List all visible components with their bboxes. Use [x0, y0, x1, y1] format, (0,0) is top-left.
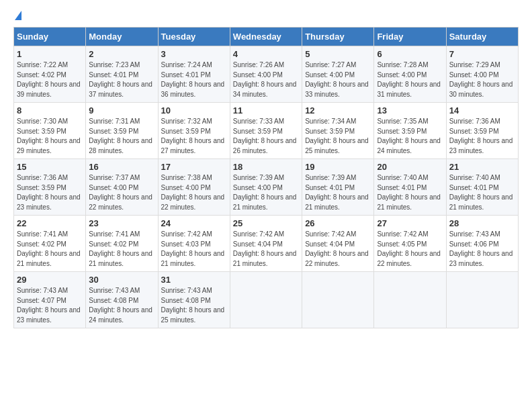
day-of-week-header: Sunday — [14, 28, 86, 46]
day-number: 12 — [305, 105, 371, 116]
day-info: Sunrise: 7:23 AMSunset: 4:01 PMDaylight:… — [89, 61, 152, 98]
calendar-day-cell — [374, 272, 446, 328]
day-info: Sunrise: 7:28 AMSunset: 4:00 PMDaylight:… — [377, 61, 441, 98]
calendar-day-cell: 17 Sunrise: 7:38 AMSunset: 4:00 PMDaylig… — [158, 159, 230, 216]
day-number: 3 — [161, 49, 227, 59]
day-of-week-header: Friday — [374, 28, 446, 46]
calendar-table: SundayMondayTuesdayWednesdayThursdayFrid… — [13, 27, 519, 328]
calendar-day-cell: 2 Sunrise: 7:23 AMSunset: 4:01 PMDayligh… — [86, 46, 158, 103]
day-number: 17 — [161, 162, 227, 172]
day-number: 1 — [17, 49, 83, 59]
day-number: 25 — [233, 218, 299, 228]
day-number: 20 — [377, 162, 443, 172]
day-number: 19 — [305, 162, 371, 172]
day-info: Sunrise: 7:40 AMSunset: 4:01 PMDaylight:… — [377, 174, 441, 211]
calendar-day-cell: 1 Sunrise: 7:22 AMSunset: 4:02 PMDayligh… — [14, 46, 86, 103]
page-header — [13, 11, 519, 20]
calendar-day-cell: 12 Sunrise: 7:34 AMSunset: 3:59 PMDaylig… — [302, 103, 374, 159]
day-number: 8 — [17, 105, 83, 116]
day-number: 24 — [161, 218, 227, 228]
day-of-week-header: Wednesday — [230, 28, 302, 46]
day-number: 4 — [233, 49, 299, 59]
calendar-day-cell — [446, 272, 518, 328]
day-number: 28 — [449, 218, 515, 228]
calendar-week-row: 15 Sunrise: 7:36 AMSunset: 3:59 PMDaylig… — [14, 159, 519, 216]
calendar-day-cell: 6 Sunrise: 7:28 AMSunset: 4:00 PMDayligh… — [374, 46, 446, 103]
day-number: 22 — [17, 218, 83, 228]
calendar-day-cell: 28 Sunrise: 7:43 AMSunset: 4:06 PMDaylig… — [446, 216, 518, 272]
day-info: Sunrise: 7:31 AMSunset: 3:59 PMDaylight:… — [89, 118, 152, 154]
calendar-day-cell: 10 Sunrise: 7:32 AMSunset: 3:59 PMDaylig… — [158, 103, 230, 159]
day-number: 9 — [89, 105, 154, 116]
day-number: 6 — [377, 49, 443, 59]
calendar-header-row: SundayMondayTuesdayWednesdayThursdayFrid… — [14, 28, 519, 46]
day-info: Sunrise: 7:42 AMSunset: 4:04 PMDaylight:… — [233, 230, 297, 267]
calendar-day-cell: 14 Sunrise: 7:36 AMSunset: 3:59 PMDaylig… — [446, 103, 518, 159]
day-number: 11 — [233, 105, 299, 116]
day-info: Sunrise: 7:41 AMSunset: 4:02 PMDaylight:… — [89, 230, 152, 267]
day-info: Sunrise: 7:42 AMSunset: 4:04 PMDaylight:… — [305, 230, 369, 267]
day-info: Sunrise: 7:38 AMSunset: 4:00 PMDaylight:… — [161, 174, 225, 211]
day-info: Sunrise: 7:36 AMSunset: 3:59 PMDaylight:… — [449, 118, 513, 154]
calendar-week-row: 8 Sunrise: 7:30 AMSunset: 3:59 PMDayligh… — [14, 103, 519, 159]
day-number: 15 — [17, 162, 83, 172]
day-info: Sunrise: 7:37 AMSunset: 4:00 PMDaylight:… — [89, 174, 152, 211]
calendar-day-cell: 19 Sunrise: 7:39 AMSunset: 4:01 PMDaylig… — [302, 159, 374, 216]
day-of-week-header: Thursday — [302, 28, 374, 46]
day-number: 14 — [449, 105, 515, 116]
day-info: Sunrise: 7:43 AMSunset: 4:08 PMDaylight:… — [89, 287, 152, 324]
day-number: 2 — [89, 49, 154, 59]
day-info: Sunrise: 7:27 AMSunset: 4:00 PMDaylight:… — [305, 61, 369, 98]
day-info: Sunrise: 7:40 AMSunset: 4:01 PMDaylight:… — [449, 174, 513, 211]
calendar-day-cell: 15 Sunrise: 7:36 AMSunset: 3:59 PMDaylig… — [14, 159, 86, 216]
day-info: Sunrise: 7:43 AMSunset: 4:07 PMDaylight:… — [17, 287, 81, 324]
calendar-day-cell: 11 Sunrise: 7:33 AMSunset: 3:59 PMDaylig… — [230, 103, 302, 159]
day-info: Sunrise: 7:34 AMSunset: 3:59 PMDaylight:… — [305, 118, 369, 154]
day-info: Sunrise: 7:43 AMSunset: 4:06 PMDaylight:… — [449, 230, 513, 267]
day-of-week-header: Saturday — [446, 28, 518, 46]
calendar-week-row: 1 Sunrise: 7:22 AMSunset: 4:02 PMDayligh… — [14, 46, 519, 103]
day-number: 16 — [89, 162, 154, 172]
day-of-week-header: Tuesday — [158, 28, 230, 46]
calendar-week-row: 22 Sunrise: 7:41 AMSunset: 4:02 PMDaylig… — [14, 216, 519, 272]
day-info: Sunrise: 7:30 AMSunset: 3:59 PMDaylight:… — [17, 118, 81, 154]
calendar-day-cell: 24 Sunrise: 7:42 AMSunset: 4:03 PMDaylig… — [158, 216, 230, 272]
calendar-day-cell: 23 Sunrise: 7:41 AMSunset: 4:02 PMDaylig… — [86, 216, 158, 272]
day-number: 26 — [305, 218, 371, 228]
day-number: 29 — [17, 275, 83, 285]
calendar-day-cell: 27 Sunrise: 7:42 AMSunset: 4:05 PMDaylig… — [374, 216, 446, 272]
calendar-day-cell — [302, 272, 374, 328]
day-number: 21 — [449, 162, 515, 172]
calendar-day-cell: 9 Sunrise: 7:31 AMSunset: 3:59 PMDayligh… — [86, 103, 158, 159]
day-number: 7 — [449, 49, 515, 59]
day-number: 23 — [89, 218, 154, 228]
logo — [13, 11, 21, 20]
calendar-day-cell: 26 Sunrise: 7:42 AMSunset: 4:04 PMDaylig… — [302, 216, 374, 272]
day-info: Sunrise: 7:42 AMSunset: 4:05 PMDaylight:… — [377, 230, 441, 267]
day-info: Sunrise: 7:32 AMSunset: 3:59 PMDaylight:… — [161, 118, 225, 154]
day-number: 30 — [89, 275, 154, 285]
calendar-day-cell: 3 Sunrise: 7:24 AMSunset: 4:01 PMDayligh… — [158, 46, 230, 103]
day-info: Sunrise: 7:29 AMSunset: 4:00 PMDaylight:… — [449, 61, 513, 98]
logo-triangle-icon — [15, 11, 21, 20]
calendar-day-cell: 5 Sunrise: 7:27 AMSunset: 4:00 PMDayligh… — [302, 46, 374, 103]
day-info: Sunrise: 7:24 AMSunset: 4:01 PMDaylight:… — [161, 61, 225, 98]
day-number: 10 — [161, 105, 227, 116]
calendar-day-cell: 7 Sunrise: 7:29 AMSunset: 4:00 PMDayligh… — [446, 46, 518, 103]
day-info: Sunrise: 7:33 AMSunset: 3:59 PMDaylight:… — [233, 118, 297, 154]
calendar-day-cell: 22 Sunrise: 7:41 AMSunset: 4:02 PMDaylig… — [14, 216, 86, 272]
calendar-day-cell: 8 Sunrise: 7:30 AMSunset: 3:59 PMDayligh… — [14, 103, 86, 159]
calendar-day-cell — [230, 272, 302, 328]
day-info: Sunrise: 7:35 AMSunset: 3:59 PMDaylight:… — [377, 118, 441, 154]
calendar-day-cell: 29 Sunrise: 7:43 AMSunset: 4:07 PMDaylig… — [14, 272, 86, 328]
day-info: Sunrise: 7:39 AMSunset: 4:01 PMDaylight:… — [305, 174, 369, 211]
day-info: Sunrise: 7:26 AMSunset: 4:00 PMDaylight:… — [233, 61, 297, 98]
calendar-day-cell: 18 Sunrise: 7:39 AMSunset: 4:00 PMDaylig… — [230, 159, 302, 216]
day-number: 31 — [161, 275, 227, 285]
day-of-week-header: Monday — [86, 28, 158, 46]
calendar-week-row: 29 Sunrise: 7:43 AMSunset: 4:07 PMDaylig… — [14, 272, 519, 328]
day-info: Sunrise: 7:36 AMSunset: 3:59 PMDaylight:… — [17, 174, 81, 211]
day-info: Sunrise: 7:42 AMSunset: 4:03 PMDaylight:… — [161, 230, 225, 267]
calendar-day-cell: 4 Sunrise: 7:26 AMSunset: 4:00 PMDayligh… — [230, 46, 302, 103]
day-number: 13 — [377, 105, 443, 116]
